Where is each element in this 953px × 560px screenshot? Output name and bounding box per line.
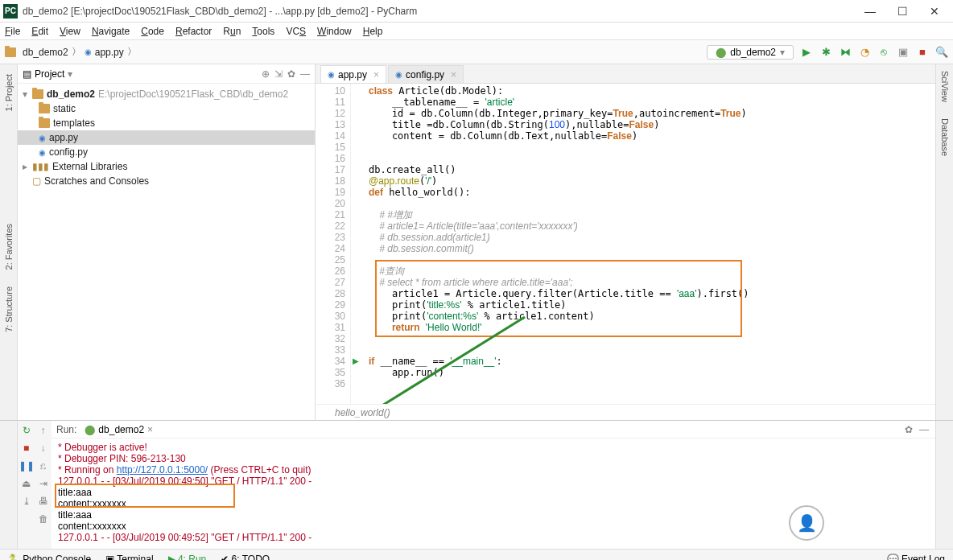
pause-button[interactable]: ❚❚ [20, 459, 33, 472]
tool-window-bar: 🐍 Python Console ▣ Terminal ▶ 4: Run ✔ 6… [0, 549, 953, 560]
menu-window[interactable]: Window [317, 26, 352, 37]
menubar: File Edit View Navigate Code Refactor Ru… [0, 23, 953, 40]
tool-sciview[interactable]: SciView [940, 71, 950, 102]
menu-file[interactable]: File [5, 26, 20, 37]
tab-app-py[interactable]: ◉app.py× [320, 65, 386, 83]
soft-wrap-icon[interactable]: ⎌ [37, 459, 50, 472]
tab-config-py[interactable]: ◉config.py× [388, 65, 464, 83]
tree-scratches[interactable]: ▢Scratches and Consoles [18, 174, 315, 188]
tree-file-app[interactable]: ◉app.py [18, 130, 315, 145]
chevron-right-icon: 〉 [72, 45, 81, 59]
folder-icon [32, 89, 43, 99]
tree-file-config[interactable]: ◉config.py [18, 145, 315, 159]
right-gutter: SciView Database [935, 64, 953, 420]
tool-favorites[interactable]: 2: Favorites [4, 224, 14, 270]
up-stacktrace-icon[interactable]: ↑ [37, 424, 50, 437]
folder-icon [39, 104, 50, 113]
library-icon: ▮▮▮ [32, 161, 49, 172]
menu-view[interactable]: View [60, 26, 80, 37]
run-label: Run: [56, 424, 76, 435]
tool-todo[interactable]: ✔ 6: TODO [221, 554, 270, 561]
panel-icon: ▤ [23, 68, 31, 80]
maximize-button[interactable]: ☐ [893, 5, 911, 18]
run-button[interactable]: ▶ [800, 46, 813, 59]
hide-panel-icon[interactable]: ― [300, 68, 310, 80]
tool-python-console[interactable]: 🐍 Python Console [8, 554, 91, 561]
minimize-button[interactable]: ― [861, 5, 879, 18]
close-tab-icon[interactable]: × [373, 69, 379, 80]
python-file-icon: ◉ [39, 134, 46, 142]
down-stacktrace-icon[interactable]: ↓ [37, 442, 50, 455]
left-gutter: 1: Project 2: Favorites 7: Structure [0, 64, 18, 420]
left-gutter-bottom [0, 421, 18, 549]
tree-folder-templates[interactable]: templates [18, 116, 315, 130]
search-everywhere-icon[interactable]: 🔍 [935, 46, 948, 59]
highlight-box-2 [55, 484, 235, 508]
stop-run-button[interactable]: ■ [20, 442, 33, 455]
code-area[interactable]: 1011121314151617181920212223242526272829… [316, 84, 935, 404]
menu-vcs[interactable]: VCS [286, 26, 306, 37]
tool-run[interactable]: ▶ 4: Run [168, 554, 207, 561]
exit-button[interactable]: ⏏ [20, 477, 33, 490]
scroll-from-source-icon[interactable]: ⊕ [262, 68, 270, 80]
window-title: db_demo2 [E:\projectDoc\190521Flask_CBD\… [23, 6, 861, 17]
menu-navigate[interactable]: Navigate [92, 26, 130, 37]
profile-button[interactable]: ◔ [858, 46, 871, 59]
code-breadcrumb[interactable]: hello_world() [316, 404, 935, 420]
concurrency-button[interactable]: ⎋ [877, 46, 890, 59]
menu-code[interactable]: Code [141, 26, 164, 37]
menu-tools[interactable]: Tools [252, 26, 274, 37]
tool-structure[interactable]: 7: Structure [4, 286, 14, 332]
run-toolbar: ↻ ■ ❚❚ ⏏ ⤓ ↑ ↓ ⎌ ⇥ 🖶 🗑 [18, 421, 52, 549]
menu-help[interactable]: Help [363, 26, 383, 37]
watermark-badge: 👤 [789, 505, 824, 541]
python-file-icon: ◉ [39, 148, 46, 157]
folder-icon [39, 118, 50, 128]
scratches-icon: ▢ [32, 175, 41, 187]
rerun-button[interactable]: ↻ [20, 424, 33, 437]
crumb-file[interactable]: app.py [95, 47, 124, 58]
collapse-all-icon[interactable]: ⇲ [274, 68, 283, 80]
run-config-select[interactable]: ⬤ db_demo2 ▾ [707, 45, 794, 60]
coverage-button[interactable]: ⧓ [839, 46, 852, 59]
highlight-box-1 [375, 260, 742, 337]
python-file-icon: ◉ [85, 47, 92, 56]
chevron-right-icon: 〉 [127, 45, 137, 59]
app-icon: PC [3, 4, 18, 19]
stop-button[interactable]: ■ [916, 46, 929, 59]
tree-root[interactable]: ▾ db_demo2 E:\projectDoc\190521Flask_CBD… [18, 87, 315, 101]
tool-terminal[interactable]: ▣ Terminal [105, 554, 153, 561]
menu-edit[interactable]: Edit [31, 26, 48, 37]
tree-folder-static[interactable]: static [18, 101, 315, 116]
run-settings-icon[interactable]: ✿ [905, 424, 913, 435]
python-file-icon: ◉ [328, 70, 335, 79]
dump-button[interactable]: ⤓ [20, 495, 33, 508]
run-hide-icon[interactable]: ― [919, 424, 929, 435]
close-tab-icon[interactable]: × [451, 69, 456, 80]
run-tab[interactable]: ⬤db_demo2× [80, 424, 158, 435]
print-icon[interactable]: 🖶 [37, 495, 50, 508]
scroll-end-icon[interactable]: ⇥ [37, 477, 50, 490]
editor-tabs: ◉app.py× ◉config.py× [316, 64, 935, 84]
event-log[interactable]: 💬 Event Log [887, 554, 945, 561]
clear-icon[interactable]: 🗑 [37, 513, 50, 525]
project-tree: ▾ db_demo2 E:\projectDoc\190521Flask_CBD… [18, 84, 315, 191]
menu-run[interactable]: Run [223, 26, 241, 37]
right-gutter-bottom [935, 421, 953, 549]
panel-dropdown[interactable]: ▾ [68, 68, 72, 80]
nav-toolbar: db_demo2 〉 ◉ app.py 〉 ⬤ db_demo2 ▾ ▶ ✱ ⧓… [0, 40, 953, 64]
tool-database[interactable]: Database [940, 118, 950, 156]
debug-button[interactable]: ✱ [819, 46, 832, 59]
settings-icon[interactable]: ✿ [287, 68, 295, 80]
attach-button[interactable]: ▣ [897, 46, 910, 59]
project-panel: ▤ Project ▾ ⊕ ⇲ ✿ ― ▾ db_demo2 E:\projec… [18, 64, 316, 420]
folder-icon [5, 47, 16, 57]
panel-title: Project [35, 68, 64, 80]
editor: ◉app.py× ◉config.py× 1011121314151617181… [316, 64, 935, 420]
close-button[interactable]: ✕ [926, 5, 943, 18]
menu-refactor[interactable]: Refactor [175, 26, 212, 37]
tool-project[interactable]: 1: Project [4, 74, 14, 111]
crumb-project[interactable]: db_demo2 [23, 47, 68, 58]
tree-external-libs[interactable]: ▸▮▮▮External Libraries [18, 159, 315, 174]
python-file-icon: ◉ [395, 70, 402, 79]
